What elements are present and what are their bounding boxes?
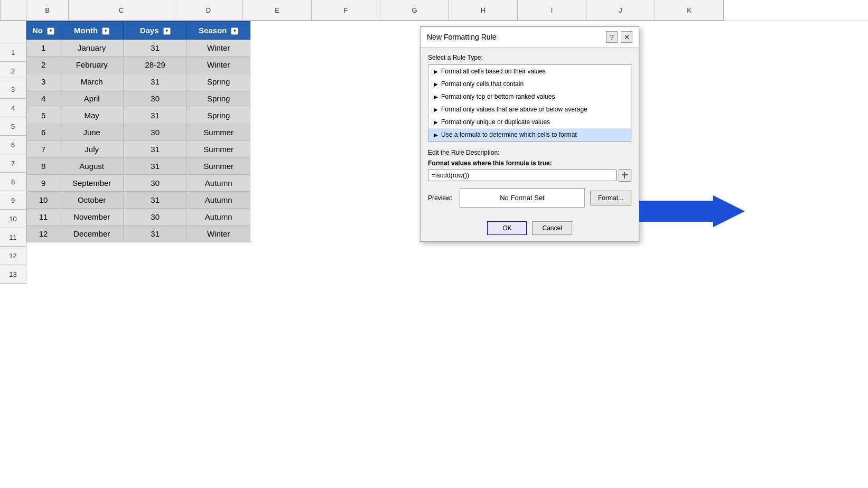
cell-season-11: Autumn	[187, 209, 250, 226]
rule-label-5: Use a formula to determine which cells t…	[441, 131, 577, 138]
cell-no-1: 1	[27, 40, 60, 57]
header-no: No	[27, 22, 60, 40]
cell-season-4: Spring	[187, 90, 250, 107]
cell-no-6: 6	[27, 124, 60, 141]
table-row: 9September30Autumn	[27, 175, 250, 192]
row-num-9: 9	[0, 191, 26, 210]
row-num-13: 13	[0, 265, 26, 284]
row-num-1: 1	[0, 43, 26, 62]
cell-season-8: Summer	[187, 158, 250, 175]
table-row: 1January31Winter	[27, 40, 250, 57]
row-num-6: 6	[0, 136, 26, 154]
rule-label-2: Format only top or bottom ranked values	[441, 93, 555, 100]
filter-icon-days[interactable]	[163, 27, 171, 35]
table-row: 10October31Autumn	[27, 192, 250, 209]
row-num-10: 10	[0, 210, 26, 228]
cell-season-6: Summer	[187, 124, 250, 141]
cell-month-10: October	[60, 192, 124, 209]
filter-icon-month[interactable]	[102, 27, 109, 35]
cell-no-9: 9	[27, 175, 60, 192]
dialog-title: New Formatting Rule	[427, 33, 497, 41]
row-num-5: 5	[0, 117, 26, 136]
col-header-b: B	[26, 0, 69, 21]
cell-no-10: 10	[27, 192, 60, 209]
cell-month-3: March	[60, 73, 124, 90]
dialog-footer: OK Cancel	[421, 221, 639, 241]
table-row: 12December31Winter	[27, 226, 250, 242]
cell-month-11: November	[60, 209, 124, 226]
formula-row	[428, 169, 631, 182]
cell-month-12: December	[60, 226, 124, 242]
cell-no-7: 7	[27, 141, 60, 158]
rule-type-item-1[interactable]: ▶Format only cells that contain	[428, 78, 631, 90]
cell-no-12: 12	[27, 226, 60, 242]
rule-type-list[interactable]: ▶Format all cells based on their values▶…	[428, 64, 631, 142]
cell-month-7: July	[60, 141, 124, 158]
formula-collapse-button[interactable]	[619, 169, 631, 182]
header-month: Month	[60, 22, 124, 40]
rule-type-item-3[interactable]: ▶Format only values that are above or be…	[428, 103, 631, 116]
rule-type-item-5[interactable]: ▶Use a formula to determine which cells …	[428, 128, 631, 141]
cancel-button[interactable]: Cancel	[532, 221, 572, 235]
col-header-k: K	[655, 0, 724, 21]
cell-days-7: 31	[124, 141, 187, 158]
filter-icon-no[interactable]	[47, 27, 54, 35]
row-num-4: 4	[0, 99, 26, 117]
blue-arrow-svg	[639, 195, 745, 227]
col-header-j: J	[586, 0, 655, 21]
table-row: 5May31Spring	[27, 107, 250, 124]
rule-arrow-1: ▶	[434, 81, 438, 87]
row-num-12: 12	[0, 247, 26, 265]
col-header-f: F	[312, 0, 380, 21]
cell-season-1: Winter	[187, 40, 250, 57]
cell-month-6: June	[60, 124, 124, 141]
ok-button[interactable]: OK	[487, 221, 527, 235]
formatting-rule-dialog: New Formatting Rule ? ✕ Select a Rule Ty…	[420, 26, 639, 242]
cell-days-10: 31	[124, 192, 187, 209]
formula-input[interactable]	[428, 170, 617, 181]
cell-days-11: 30	[124, 209, 187, 226]
dialog-help-button[interactable]: ?	[606, 31, 618, 43]
header-season: Season	[187, 22, 250, 40]
cell-month-9: September	[60, 175, 124, 192]
dialog-controls: ? ✕	[606, 31, 632, 43]
collapse-icon	[621, 172, 629, 179]
rule-type-item-0[interactable]: ▶Format all cells based on their values	[428, 65, 631, 78]
cell-days-1: 31	[124, 40, 187, 57]
col-header-e: E	[243, 0, 312, 21]
rule-arrow-0: ▶	[434, 69, 438, 74]
rule-arrow-4: ▶	[434, 119, 438, 125]
col-header-c: C	[69, 0, 174, 21]
table-row: 11November30Autumn	[27, 209, 250, 226]
rule-type-label: Select a Rule Type:	[428, 54, 631, 61]
table-row: 6June30Summer	[27, 124, 250, 141]
rule-type-item-4[interactable]: ▶Format only unique or duplicate values	[428, 116, 631, 128]
cell-season-12: Winter	[187, 226, 250, 242]
rule-type-item-2[interactable]: ▶Format only top or bottom ranked values	[428, 90, 631, 103]
rule-label-1: Format only cells that contain	[441, 80, 524, 88]
rule-arrow-2: ▶	[434, 94, 438, 100]
svg-marker-2	[639, 195, 745, 227]
cell-no-4: 4	[27, 90, 60, 107]
cell-month-5: May	[60, 107, 124, 124]
blue-arrow-annotation	[639, 195, 745, 227]
svg-rect-1	[624, 172, 625, 179]
cell-season-5: Spring	[187, 107, 250, 124]
format-button[interactable]: Format...	[590, 191, 631, 205]
data-table: No Month Days Season	[26, 21, 250, 242]
cell-no-5: 5	[27, 107, 60, 124]
rule-label-4: Format only unique or duplicate values	[441, 118, 550, 126]
row-numbers: 1 2 3 4 5 6 7 8 9 10 11 12 13	[0, 21, 26, 284]
preview-label: Preview:	[428, 194, 454, 202]
row-num-8: 8	[0, 173, 26, 191]
cell-no-8: 8	[27, 158, 60, 175]
table-row: 8August31Summer	[27, 158, 250, 175]
corner-cell	[0, 0, 26, 21]
cell-season-7: Summer	[187, 141, 250, 158]
preview-box: No Format Set	[460, 188, 585, 208]
col-header-i: I	[518, 0, 586, 21]
filter-icon-season[interactable]	[231, 27, 238, 35]
cell-days-3: 31	[124, 73, 187, 90]
row-num-7: 7	[0, 154, 26, 173]
dialog-close-button[interactable]: ✕	[621, 31, 632, 43]
